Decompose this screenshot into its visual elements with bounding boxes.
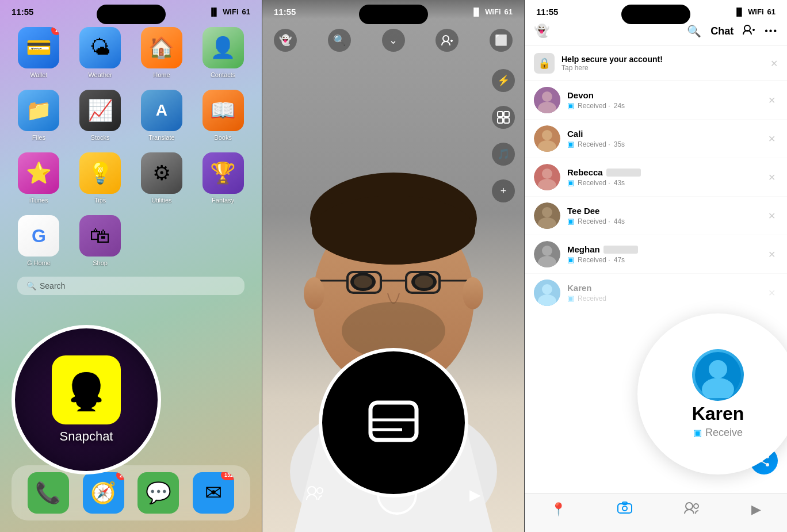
music-button[interactable]: 🎵	[492, 143, 515, 166]
chat-item-karen[interactable]: Karen ▣ Received ✕	[525, 274, 787, 312]
dock-messages[interactable]: 💬	[137, 472, 179, 514]
app-contacts[interactable]: 👤 Contacts	[198, 27, 248, 78]
ghost-button[interactable]: 👻	[274, 29, 297, 52]
search-bar[interactable]: 🔍 Search	[17, 277, 244, 295]
app-home-icon: 🏠	[141, 27, 182, 68]
chat-name-teedee: Tee Dee	[567, 206, 759, 216]
app-fantasy[interactable]: 🏆 Fantasy	[198, 152, 248, 204]
chat-info-karen: Karen ▣ Received	[567, 283, 759, 303]
add-friend-button-cam[interactable]	[435, 29, 459, 52]
nav-camera-button[interactable]	[617, 502, 632, 518]
chat-panel: 11:55 ▐▌ WiFi 61 👻 🔍 Chat ••• 🔒	[525, 0, 787, 532]
avatar-cali-img	[534, 125, 560, 152]
msg-status-teedee: Received ·	[578, 217, 610, 225]
msg-icon-meghan: ▣	[567, 255, 574, 264]
camera-right-controls: ⚡ 🎵 +	[492, 69, 515, 202]
wifi-icon-chat: WiFi	[748, 7, 763, 16]
search-button-cam[interactable]: 🔍	[328, 29, 351, 52]
svg-point-50	[542, 284, 552, 294]
msg-time-rebecca: 43s	[614, 179, 625, 187]
svg-rect-24	[498, 118, 503, 123]
chat-item-devon[interactable]: Devon ▣ Received · 24s ✕	[525, 81, 787, 120]
grid-button[interactable]	[492, 106, 515, 129]
msg-status-karen: Received	[578, 294, 606, 303]
svg-rect-25	[504, 118, 509, 123]
app-google-home-icon: G	[18, 215, 59, 257]
msg-icon-karen: ▣	[567, 294, 574, 303]
app-wallet-label: Wallet	[30, 71, 47, 78]
avatar-rebecca-img	[534, 164, 560, 190]
search-icon: 🔍	[26, 281, 36, 290]
chat-item-rebecca[interactable]: Rebecca ▣ Received · 43s ✕	[525, 158, 787, 197]
app-itunes[interactable]: ⭐ iTunes	[14, 152, 64, 204]
nav-friends-icon	[684, 501, 700, 515]
search-button-chat[interactable]: 🔍	[687, 24, 701, 38]
add-friend-button-chat[interactable]	[743, 24, 755, 39]
app-stocks[interactable]: 📈 Stocks	[75, 90, 125, 141]
close-rebecca[interactable]: ✕	[766, 170, 778, 185]
close-teedee[interactable]: ✕	[766, 208, 778, 224]
app-translate[interactable]: A Translate	[137, 90, 187, 141]
chat-item-meghan[interactable]: Meghan ▣ Received · 47s ✕	[525, 235, 787, 274]
app-stocks-label: Stocks	[91, 134, 110, 141]
play-button-cam[interactable]: ▶	[469, 486, 481, 504]
chat-item-cali[interactable]: Cali ▣ Received · 35s ✕	[525, 120, 787, 158]
app-shop[interactable]: 🛍 Shop	[75, 215, 125, 266]
svg-rect-22	[498, 112, 503, 117]
chat-name-cali: Cali	[567, 129, 759, 139]
svg-point-6	[312, 196, 475, 265]
karen-received-label: Receive	[705, 427, 743, 439]
name-blur-rebecca	[606, 169, 641, 177]
app-home[interactable]: 🏠 Home	[137, 27, 187, 78]
avatar-karen	[534, 280, 560, 306]
app-contacts-icon: 👤	[203, 27, 244, 68]
svg-point-27	[317, 488, 323, 493]
close-cali[interactable]: ✕	[766, 131, 778, 147]
add-friend-icon	[441, 34, 453, 47]
app-shop-icon: 🛍	[79, 215, 121, 257]
close-devon[interactable]: ✕	[766, 93, 778, 108]
chat-info-teedee: Tee Dee ▣ Received · 44s	[567, 206, 759, 225]
close-karen[interactable]: ✕	[766, 285, 778, 301]
app-wallet[interactable]: 💳 1 Wallet	[14, 27, 64, 78]
plus-button[interactable]: +	[492, 179, 515, 202]
dock-safari[interactable]: 🧭 2	[83, 472, 124, 514]
time-camera: 11:55	[274, 7, 296, 17]
app-weather[interactable]: 🌤 Weather	[75, 27, 125, 78]
app-tips[interactable]: 💡 Tips	[75, 152, 125, 204]
nav-location-button[interactable]: 📍	[551, 502, 566, 517]
more-button-chat[interactable]: •••	[765, 26, 778, 36]
dock-mail[interactable]: ✉ 132	[193, 472, 234, 514]
dock-phone[interactable]: 📞	[28, 472, 69, 514]
flash-button[interactable]: ⚡	[492, 69, 515, 92]
app-utilities[interactable]: ⚙ Utilities	[137, 152, 187, 204]
chat-tab-icon	[365, 394, 422, 451]
security-banner[interactable]: 🔒 Help secure your account! Tap here ✕	[525, 46, 787, 81]
app-google-home[interactable]: G G Home	[14, 215, 64, 266]
nav-stories-button[interactable]: ▶	[751, 502, 761, 517]
dynamic-island	[97, 5, 166, 24]
chat-meta-rebecca: ▣ Received · 43s	[567, 178, 759, 187]
chat-item-teedee[interactable]: Tee Dee ▣ Received · 44s ✕	[525, 197, 787, 235]
svg-rect-23	[504, 112, 509, 117]
app-files[interactable]: 📁 Files	[14, 90, 64, 141]
app-itunes-icon: ⭐	[18, 152, 59, 194]
svg-point-26	[308, 487, 316, 495]
signal-icon: ▐▌	[209, 7, 219, 16]
svg-point-47	[542, 246, 552, 256]
app-books[interactable]: 📖 Books	[198, 90, 248, 141]
scan-button[interactable]: ⬜	[490, 29, 513, 52]
svg-point-63	[686, 503, 693, 510]
avatar-teedee	[534, 202, 560, 229]
karen-meta-large: ▣ Receive	[693, 427, 743, 439]
security-close[interactable]: ✕	[770, 58, 778, 69]
close-meghan[interactable]: ✕	[766, 247, 778, 262]
snap-ghost-button[interactable]: 👻	[534, 24, 549, 39]
chat-name-meghan: Meghan	[567, 244, 759, 254]
nav-friends-button[interactable]	[684, 501, 700, 518]
snapchat-overlay[interactable]: Snapchat	[12, 325, 161, 474]
story-dropdown-button[interactable]: ⌄	[382, 29, 405, 52]
camera-panel: 11:55 ▐▌ WiFi 61 👻 🔍 ⌄ ⬜ ⚡	[262, 0, 525, 532]
app-google-home-label: G Home	[27, 259, 51, 266]
friends-button-cam[interactable]	[306, 485, 324, 505]
